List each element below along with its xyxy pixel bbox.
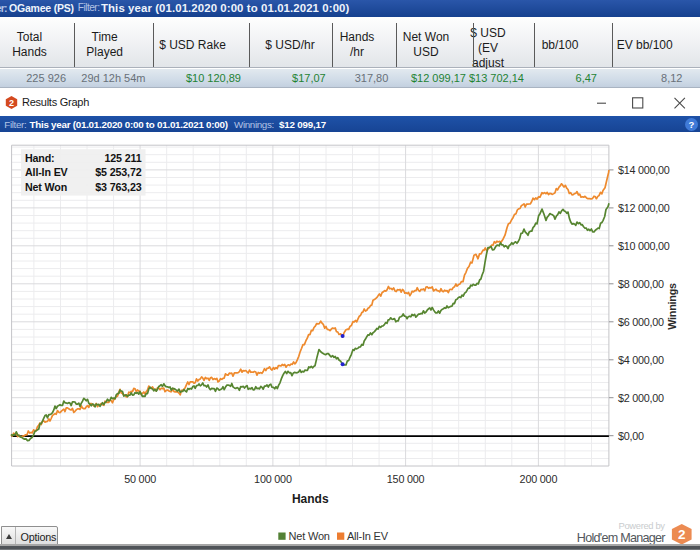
svg-text:2: 2 bbox=[677, 527, 685, 542]
svg-text:100 000: 100 000 bbox=[254, 473, 292, 485]
svg-text:All-In EV: All-In EV bbox=[25, 166, 69, 178]
svg-text:Hand:: Hand: bbox=[25, 152, 55, 164]
svg-text:125 211: 125 211 bbox=[105, 152, 142, 164]
svg-text:50 000: 50 000 bbox=[124, 473, 156, 485]
svg-text:Net Won: Net Won bbox=[25, 181, 67, 193]
svg-text:2: 2 bbox=[9, 98, 14, 108]
svg-text:$0,00: $0,00 bbox=[618, 430, 644, 442]
svg-text:$3 763,23: $3 763,23 bbox=[95, 181, 141, 193]
svg-text:$5 253,72: $5 253,72 bbox=[95, 166, 141, 178]
svg-text:$10 000,00: $10 000,00 bbox=[618, 240, 670, 252]
svg-text:200 000: 200 000 bbox=[520, 473, 558, 485]
svg-text:$8 000,00: $8 000,00 bbox=[618, 278, 664, 290]
svg-text:Winnings: Winnings bbox=[666, 283, 678, 330]
svg-text:$6 000,00: $6 000,00 bbox=[618, 316, 664, 328]
svg-text:Net Won: Net Won bbox=[289, 530, 330, 542]
svg-text:$2 000,00: $2 000,00 bbox=[618, 392, 664, 404]
svg-text:$14 000,00: $14 000,00 bbox=[618, 164, 670, 176]
svg-text:150 000: 150 000 bbox=[387, 473, 425, 485]
svg-text:Hands: Hands bbox=[292, 492, 329, 506]
svg-text:$4 000,00: $4 000,00 bbox=[618, 354, 664, 366]
svg-text:$12 000,00: $12 000,00 bbox=[618, 202, 670, 214]
